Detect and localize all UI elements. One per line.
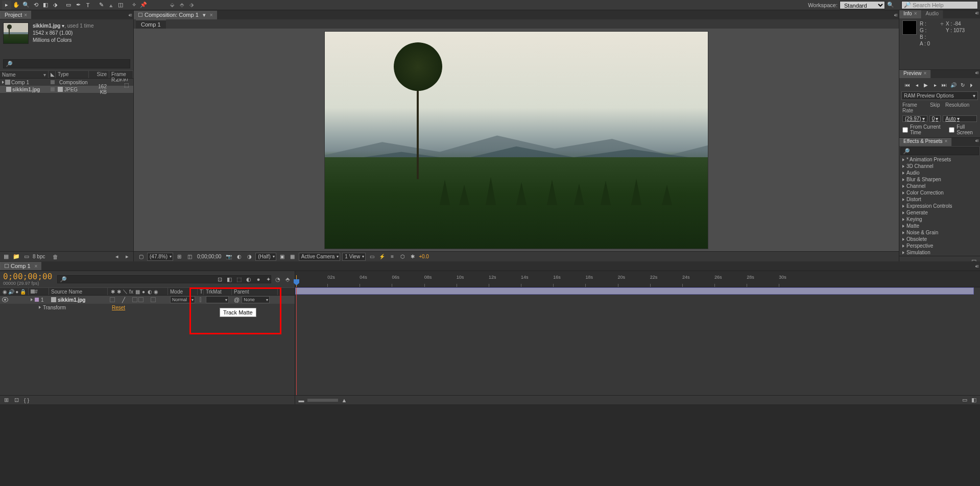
parent-dropdown[interactable]: None (242, 296, 270, 303)
panel-menu-icon[interactable]: ▪≡ (973, 138, 980, 146)
hide-shy-icon[interactable]: ⬚ (235, 275, 243, 283)
effects-category[interactable]: Keying (899, 216, 980, 223)
effects-category[interactable]: Blur & Sharpen (899, 176, 980, 183)
visibility-toggle[interactable] (2, 297, 8, 302)
auto-keyframe-icon[interactable]: ◔ (274, 275, 282, 283)
camera-tool[interactable]: ◧ (41, 1, 50, 10)
resolution-dropdown[interactable]: (Half) (255, 253, 276, 261)
expand-icon[interactable] (39, 306, 41, 309)
comp-button[interactable]: ▭ (961, 396, 969, 404)
3d-switch[interactable] (151, 297, 156, 302)
flowchart-icon[interactable]: ⬡ (398, 253, 407, 260)
fast-preview-icon[interactable]: ⚡ (378, 253, 386, 260)
brush-tool[interactable]: ✎ (97, 1, 106, 10)
reset-link[interactable]: Reset (112, 305, 125, 310)
hand-tool[interactable]: ✋ (12, 1, 21, 10)
close-icon[interactable]: × (914, 11, 917, 16)
effects-category[interactable]: Noise & Grain (899, 229, 980, 236)
quality-switch[interactable] (132, 297, 137, 302)
effects-category[interactable]: Expression Controls (899, 203, 980, 209)
panel-menu-icon[interactable]: ▪≡ (973, 263, 980, 269)
timeline-icon[interactable]: ≡ (388, 253, 396, 260)
expand-icon[interactable] (902, 231, 904, 234)
color-mgmt-icon[interactable]: ◑ (245, 253, 253, 260)
new-folder-icon[interactable]: 📁 (12, 253, 20, 261)
dropdown-icon[interactable]: ▾ (203, 12, 206, 18)
pickwhip-icon[interactable]: @ (234, 297, 240, 303)
effects-category[interactable]: Channel (899, 183, 980, 189)
close-icon[interactable]: × (924, 70, 927, 76)
reset-exposure-icon[interactable]: ✱ (409, 253, 417, 260)
effects-category[interactable]: 3D Channel (899, 163, 980, 169)
shy-switch[interactable] (110, 297, 115, 302)
effects-category[interactable]: * Animation Presets (899, 156, 980, 163)
expand-icon[interactable] (902, 251, 904, 254)
motion-blur-icon[interactable]: ● (254, 275, 262, 283)
text-tool[interactable]: T (83, 1, 92, 10)
source-name-header[interactable]: Source Name (49, 288, 108, 295)
audio-button[interactable]: 🔊 (949, 81, 958, 88)
bpc-label[interactable]: 8 bpc (33, 254, 45, 259)
brainstorm-icon[interactable]: ✦ (264, 275, 272, 283)
first-frame-button[interactable]: ⏮ (903, 81, 912, 88)
zoom-dropdown[interactable]: (47.8%) (147, 253, 173, 261)
effects-category[interactable]: Perspective (899, 242, 980, 249)
parent-header[interactable]: Parent (232, 288, 278, 295)
expand-icon[interactable] (2, 81, 4, 84)
project-search[interactable]: 🔎 (3, 59, 130, 68)
toggle-modes-icon[interactable]: ⊡ (12, 396, 20, 404)
t-header[interactable]: T (198, 288, 204, 295)
effects-search[interactable]: 🔎 (900, 147, 979, 155)
panel-menu-icon[interactable]: ▪≡ (127, 12, 133, 18)
project-tab[interactable]: Project× (0, 11, 31, 19)
expand-icon[interactable] (902, 165, 904, 168)
ram-preview-button[interactable]: ⏵ (968, 81, 976, 88)
show-channel-icon[interactable]: ◐ (235, 253, 243, 260)
scroll-left-icon[interactable]: ◂ (113, 253, 121, 261)
expand-icon[interactable] (902, 205, 904, 208)
last-frame-button[interactable]: ⏭ (940, 81, 948, 88)
preserve-transparency[interactable] (200, 297, 201, 302)
full-screen-checkbox[interactable] (949, 127, 954, 133)
exposure-value[interactable]: +0.0 (419, 254, 429, 259)
puppet-tool[interactable]: 📌 (139, 1, 148, 10)
close-icon[interactable]: × (24, 12, 27, 18)
choose-grid-icon[interactable]: ⊞ (175, 253, 183, 260)
expand-icon[interactable] (902, 185, 904, 188)
expand-layer-icon[interactable] (31, 298, 33, 301)
close-icon[interactable]: × (35, 263, 38, 269)
toggle-mask-icon[interactable]: ◫ (185, 253, 194, 260)
workspace-select[interactable]: Standard (840, 1, 885, 9)
transparency-grid-icon[interactable]: ▦ (289, 253, 297, 260)
view-layout-dropdown[interactable]: 1 View (342, 253, 366, 261)
preview-tab[interactable]: Preview× (899, 70, 931, 78)
toggle-parent-icon[interactable]: { } (22, 396, 31, 404)
time-ruler[interactable]: 02s04s06s08s10s12s14s16s18s20s22s24s26s2… (295, 271, 980, 287)
ram-preview-options[interactable]: RAM Preview Options (901, 91, 978, 100)
selection-tool[interactable]: ▸ (2, 1, 11, 10)
effects-search-input[interactable] (910, 149, 976, 154)
composition-title-tab[interactable]: Composition: Comp 1 ▾ × (134, 11, 217, 19)
from-current-checkbox[interactable] (902, 127, 908, 133)
zoom-out-icon[interactable]: ▬ (297, 396, 305, 404)
expand-icon[interactable] (902, 218, 904, 221)
expand-icon[interactable] (902, 158, 904, 161)
trkmat-header[interactable]: TrkMat (204, 288, 232, 295)
resolution-field[interactable]: Auto (943, 115, 977, 122)
close-icon[interactable]: × (945, 138, 948, 144)
expand-icon[interactable] (902, 178, 904, 181)
skip-field[interactable]: 0 (929, 115, 941, 122)
snap3-icon[interactable]: ⬗ (187, 1, 196, 10)
fx-switch[interactable] (138, 297, 144, 302)
scroll-right-icon[interactable]: ▸ (123, 253, 131, 261)
timeline-layer[interactable]: 1 sikkim1.jpg ╱ Normal (0, 296, 295, 304)
effects-category[interactable]: Generate (899, 209, 980, 216)
effects-category[interactable]: Color Correction (899, 189, 980, 196)
roi-icon[interactable]: ▣ (278, 253, 286, 260)
graph-editor-icon[interactable]: ⬘ (283, 275, 292, 283)
workspace-search-icon[interactable]: 🔍 (887, 2, 894, 8)
current-timecode[interactable]: 0;00;00;00 (3, 273, 52, 281)
effects-category[interactable]: Audio (899, 169, 980, 176)
audio-tab[interactable]: Audio (922, 10, 944, 18)
current-time-indicator[interactable] (296, 275, 297, 287)
